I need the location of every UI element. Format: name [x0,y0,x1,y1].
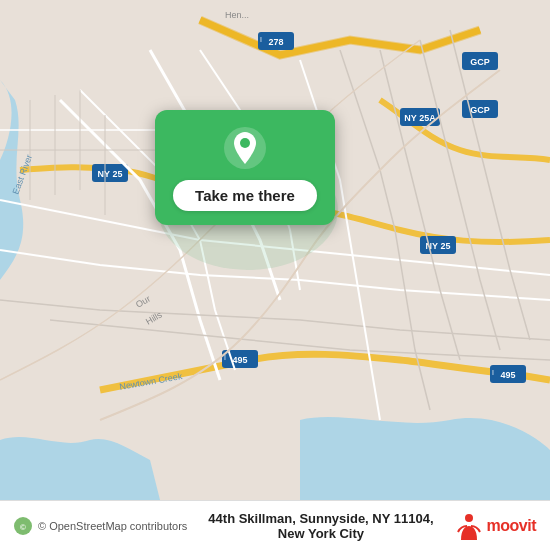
svg-text:NY 25: NY 25 [98,169,123,179]
svg-text:GCP: GCP [470,105,490,115]
address-label: 44th Skillman, Sunnyside, NY 11104, New … [195,511,446,541]
moovit-brand-text: moovit [487,517,536,535]
svg-point-35 [240,138,250,148]
take-me-there-button[interactable]: Take me there [173,180,317,211]
osm-logo-icon: © [14,517,32,535]
map-background: 278 I NY 25 NY 25 NY 25 NY 25A 495 I 495… [0,0,550,500]
bottom-bar: © © OpenStreetMap contributors 44th Skil… [0,500,550,550]
location-pin-icon [223,126,267,170]
moovit-logo: moovit [455,512,536,540]
svg-text:Hen...: Hen... [225,10,249,20]
svg-text:278: 278 [268,37,283,47]
svg-text:©: © [20,523,26,532]
svg-text:I: I [260,36,262,43]
svg-text:495: 495 [500,370,515,380]
location-card[interactable]: Take me there [155,110,335,225]
svg-text:I: I [492,369,494,376]
svg-text:GCP: GCP [470,57,490,67]
attribution-area: © © OpenStreetMap contributors [14,517,187,535]
map-container: 278 I NY 25 NY 25 NY 25 NY 25A 495 I 495… [0,0,550,500]
osm-attribution: © OpenStreetMap contributors [38,520,187,532]
moovit-brand-icon [455,512,483,540]
svg-text:NY 25A: NY 25A [404,113,436,123]
svg-text:495: 495 [232,355,247,365]
svg-point-38 [465,514,473,522]
